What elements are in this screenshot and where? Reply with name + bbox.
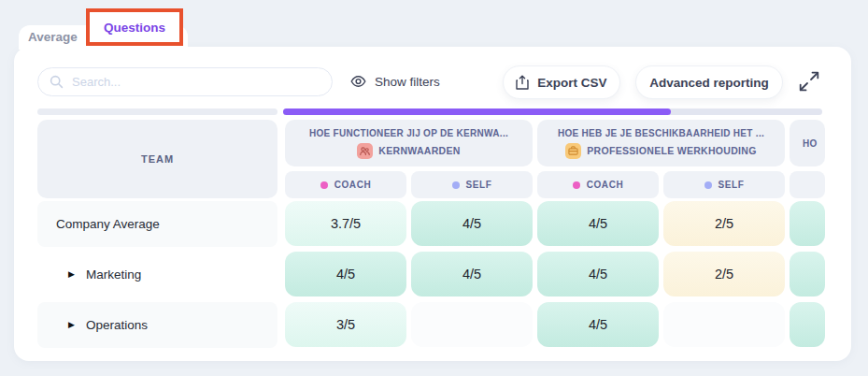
team-label: Marketing — [86, 268, 141, 282]
question-header-3-clipped: HO — [790, 120, 825, 166]
subheader-self: SELF — [411, 171, 533, 198]
subheader-clipped — [790, 171, 825, 198]
score-cell: 4/5 — [537, 252, 659, 296]
question-title: HO — [790, 138, 818, 149]
expand-triangle-icon[interactable]: ▶ — [68, 270, 75, 279]
self-dot-icon — [452, 181, 460, 189]
question-title: HOE FUNCTIONEER JIJ OP DE KERNWA... — [309, 128, 508, 138]
score-value: 3.7/5 — [331, 216, 361, 231]
annotation-box: Questions — [86, 8, 183, 46]
score-value: 4/5 — [336, 267, 355, 282]
score-value: 4/5 — [462, 216, 481, 231]
score-cell: 4/5 — [537, 302, 659, 347]
score-cell: 4/5 — [285, 252, 406, 296]
subheader-label: COACH — [334, 180, 372, 190]
score-cell: 3/5 — [285, 302, 406, 347]
subheader-coach: COACH — [537, 171, 659, 198]
subheader-label: SELF — [719, 180, 745, 190]
show-filters-label: Show filters — [375, 75, 440, 89]
search-bar[interactable] — [37, 67, 333, 96]
subheader-self: SELF — [663, 171, 785, 198]
eye-icon — [350, 75, 366, 88]
self-dot-icon — [704, 181, 712, 189]
search-input[interactable] — [72, 75, 306, 89]
score-cell: 2/5 — [663, 201, 785, 246]
search-icon — [50, 75, 64, 89]
score-value: 4/5 — [589, 317, 607, 332]
scrollbar-thumb[interactable] — [283, 108, 671, 115]
export-csv-label: Export CSV — [537, 76, 606, 90]
score-cell-clipped — [790, 302, 825, 347]
question-category: KERNWAARDEN — [378, 145, 460, 156]
score-value: 4/5 — [589, 216, 607, 231]
score-cell: 4/5 — [411, 201, 533, 246]
team-label: Company Average — [56, 217, 160, 231]
score-cell — [663, 302, 785, 347]
show-filters-button[interactable]: Show filters — [350, 69, 440, 94]
coach-dot-icon — [320, 181, 328, 189]
question-category: PROFESSIONELE WERKHOUDING — [587, 145, 756, 156]
scrollbar-track[interactable] — [283, 108, 822, 115]
expand-triangle-icon[interactable]: ▶ — [68, 321, 75, 329]
score-cell: 2/5 — [663, 252, 785, 296]
team-row-operations[interactable]: ▶ Operations — [37, 302, 277, 348]
score-cell-clipped — [790, 252, 825, 296]
score-cell-clipped — [790, 201, 825, 246]
coach-dot-icon — [573, 181, 580, 189]
team-label: Operations — [86, 318, 148, 332]
subheader-label: SELF — [466, 180, 492, 190]
advanced-reporting-button[interactable]: Advanced reporting — [635, 65, 783, 99]
scrollbar-track-left — [37, 108, 277, 115]
score-value: 2/5 — [715, 216, 733, 231]
team-row-marketing[interactable]: ▶ Marketing — [37, 252, 277, 297]
score-value: 2/5 — [715, 267, 733, 282]
advanced-reporting-label: Advanced reporting — [649, 76, 769, 90]
tab-average[interactable]: Average — [28, 22, 78, 51]
team-row-company-average: Company Average — [37, 201, 277, 247]
score-value: 3/5 — [336, 317, 355, 332]
question-title: HOE HEB JE JE BESCHIKBAARHEID HET ... — [558, 128, 764, 138]
fullscreen-expand-icon[interactable] — [798, 70, 820, 93]
subheader-coach: COACH — [285, 171, 406, 198]
score-cell: 4/5 — [411, 252, 533, 296]
export-icon — [516, 75, 529, 90]
score-value: 4/5 — [462, 267, 481, 282]
team-column-header: TEAM — [37, 120, 277, 198]
people-icon — [357, 143, 373, 159]
briefcase-icon — [565, 143, 581, 159]
score-cell: 4/5 — [537, 201, 659, 246]
export-csv-button[interactable]: Export CSV — [503, 65, 620, 99]
question-header-2: HOE HEB JE JE BESCHIKBAARHEID HET ... PR… — [537, 120, 785, 166]
tab-questions[interactable]: Questions — [90, 12, 179, 42]
score-cell — [411, 302, 533, 347]
question-header-1: HOE FUNCTIONEER JIJ OP DE KERNWA... KERN… — [285, 120, 533, 166]
score-cell: 3.7/5 — [285, 201, 406, 246]
subheader-label: COACH — [587, 180, 624, 190]
score-value: 4/5 — [589, 267, 607, 282]
